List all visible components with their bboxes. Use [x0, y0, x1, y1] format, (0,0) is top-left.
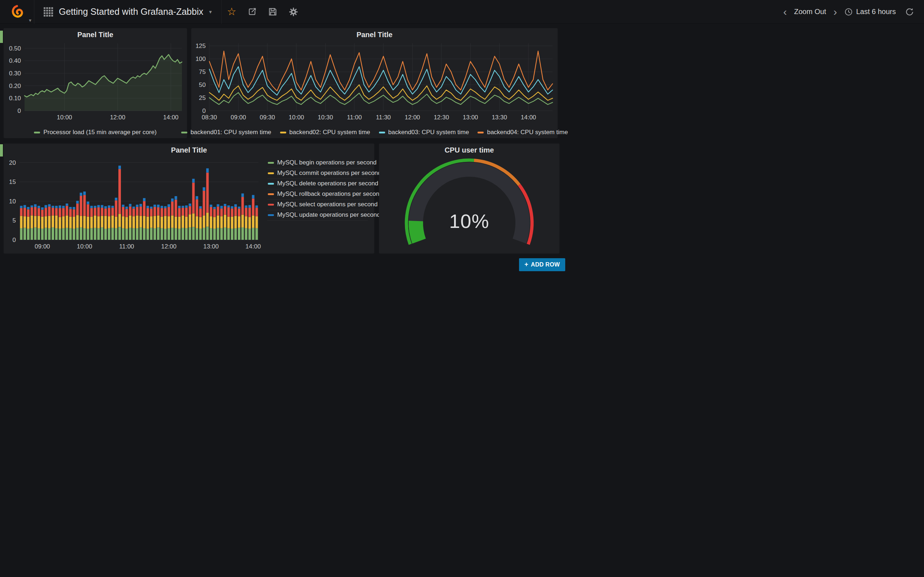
- svg-text:10:00: 10:00: [57, 114, 72, 121]
- svg-text:08:30: 08:30: [202, 114, 217, 121]
- grafana-dashboard-app: ▾ Getting Started with Grafana-Zabbix ▾ …: [0, 0, 924, 577]
- legend-series-label: MySQL rollback operations per second: [277, 190, 383, 198]
- star-dashboard-button[interactable]: ☆: [221, 0, 242, 24]
- legend-item[interactable]: Processor load (15 min average per core): [34, 129, 157, 136]
- chevron-left-icon: ‹: [783, 6, 787, 18]
- grafana-logo-icon: [10, 5, 24, 19]
- legend-series-swatch-icon: [181, 132, 187, 134]
- legend-series-swatch-icon: [478, 132, 484, 134]
- legend-series-swatch-icon: [268, 204, 274, 206]
- chevron-right-icon: ›: [834, 6, 837, 18]
- legend-series-label: MySQL select operations per second: [277, 201, 378, 208]
- legend-series-label: MySQL update operations per second: [277, 211, 380, 219]
- refresh-icon: [905, 7, 914, 16]
- svg-text:0: 0: [202, 108, 206, 114]
- gear-icon: [288, 7, 299, 17]
- legend-item[interactable]: backend02: CPU system time: [280, 129, 370, 136]
- dashboard-title: Getting Started with Grafana-Zabbix: [59, 6, 203, 17]
- svg-text:09:30: 09:30: [260, 114, 275, 121]
- dashboard-settings-button[interactable]: [283, 0, 304, 24]
- legend-series-swatch-icon: [268, 214, 274, 216]
- mysql-operations-chart[interactable]: 0510152009:0010:0011:0012:0013:0014:00: [5, 155, 262, 251]
- svg-text:0.30: 0.30: [9, 70, 21, 77]
- legend-series-label: backend04: CPU system time: [487, 129, 568, 136]
- legend-series-label: MySQL commit operations per second: [277, 169, 381, 177]
- chevron-down-icon: ▾: [209, 9, 212, 15]
- zoom-out-button[interactable]: Zoom Out: [790, 0, 830, 24]
- legend-item[interactable]: backend03: CPU system time: [379, 129, 469, 136]
- panel-title[interactable]: Panel Title: [3, 146, 374, 154]
- legend-item[interactable]: MySQL select operations per second: [267, 200, 368, 210]
- legend-series-swatch-icon: [268, 172, 274, 174]
- svg-text:14:00: 14:00: [163, 114, 179, 121]
- legend-item[interactable]: MySQL delete operations per second: [267, 179, 368, 189]
- svg-text:0: 0: [13, 237, 16, 243]
- legend-series-label: backend01: CPU system time: [191, 129, 271, 136]
- processor-load-svg: 00.100.200.300.400.5010:0012:0014:00: [5, 40, 186, 121]
- add-row-button[interactable]: + ADD ROW: [519, 258, 565, 271]
- legend-item[interactable]: MySQL update operations per second: [267, 210, 368, 221]
- legend-series-swatch-icon: [268, 183, 274, 185]
- svg-text:13:00: 13:00: [203, 243, 219, 250]
- svg-text:10:00: 10:00: [289, 114, 304, 121]
- svg-text:20: 20: [9, 160, 16, 166]
- dashboard-picker[interactable]: Getting Started with Grafana-Zabbix ▾: [34, 0, 221, 24]
- top-navbar: ▾ Getting Started with Grafana-Zabbix ▾ …: [0, 0, 924, 24]
- cpu-user-gauge-svg: [379, 156, 559, 251]
- time-shift-back-button[interactable]: ‹: [780, 0, 790, 24]
- svg-text:0: 0: [18, 108, 21, 114]
- svg-text:15: 15: [9, 179, 16, 185]
- svg-text:10:30: 10:30: [318, 114, 333, 121]
- grafana-main-menu-button[interactable]: ▾: [0, 0, 34, 24]
- save-dashboard-button[interactable]: [262, 0, 283, 24]
- cpu-system-svg: 025507510012508:3009:0009:3010:0010:3011…: [193, 40, 556, 121]
- svg-text:125: 125: [195, 43, 206, 49]
- row-collapse-handle[interactable]: [0, 144, 3, 156]
- mysql-ops-svg: 0510152009:0010:0011:0012:0013:0014:00: [5, 155, 262, 251]
- svg-text:0.10: 0.10: [9, 95, 21, 102]
- svg-text:11:00: 11:00: [347, 114, 362, 121]
- plus-icon: +: [525, 261, 528, 268]
- share-dashboard-button[interactable]: [242, 0, 262, 24]
- svg-text:12:30: 12:30: [434, 114, 449, 121]
- panel-title[interactable]: CPU user time: [379, 146, 559, 154]
- legend-series-swatch-icon: [280, 132, 286, 134]
- time-range-label: Last 6 hours: [856, 8, 896, 16]
- legend-series-label: backend02: CPU system time: [289, 129, 370, 136]
- svg-text:0.50: 0.50: [9, 45, 21, 52]
- svg-text:14:00: 14:00: [521, 114, 536, 121]
- star-icon: ☆: [227, 6, 236, 17]
- time-shift-forward-button[interactable]: ›: [830, 0, 841, 24]
- processor-load-chart[interactable]: 00.100.200.300.400.5010:0012:0014:00: [5, 40, 186, 121]
- legend-item[interactable]: backend01: CPU system time: [181, 129, 271, 136]
- panel-processor-load: Panel Title 00.100.200.300.400.5010:0012…: [3, 28, 187, 138]
- svg-text:09:00: 09:00: [231, 114, 246, 121]
- svg-text:100: 100: [195, 56, 206, 62]
- svg-text:13:00: 13:00: [463, 114, 478, 121]
- legend-series-label: MySQL delete operations per second: [277, 180, 378, 187]
- legend-item[interactable]: backend04: CPU system time: [478, 129, 568, 136]
- panel-title[interactable]: Panel Title: [191, 31, 558, 39]
- legend-item[interactable]: MySQL begin operations per second: [267, 158, 368, 168]
- legend-series-label: Processor load (15 min average per core): [43, 129, 157, 136]
- chart-legend: backend01: CPU system timebackend02: CPU…: [191, 129, 558, 136]
- legend-item[interactable]: MySQL rollback operations per second: [267, 189, 368, 200]
- legend-series-label: MySQL begin operations per second: [277, 159, 376, 166]
- save-icon: [268, 7, 278, 16]
- panel-title[interactable]: Panel Title: [3, 31, 187, 39]
- svg-text:09:00: 09:00: [35, 243, 50, 250]
- refresh-button[interactable]: [900, 0, 920, 24]
- legend-item[interactable]: MySQL commit operations per second: [267, 168, 368, 179]
- svg-text:0.40: 0.40: [9, 57, 21, 64]
- panel-mysql-operations: Panel Title 0510152009:0010:0011:0012:00…: [3, 143, 374, 253]
- dashboard-grid-icon: [44, 7, 53, 16]
- chart-legend: MySQL begin operations per secondMySQL c…: [267, 158, 368, 221]
- time-range-picker[interactable]: Last 6 hours: [841, 0, 900, 24]
- cpu-user-time-gauge[interactable]: 10%: [379, 156, 559, 251]
- svg-text:11:00: 11:00: [119, 243, 134, 250]
- row-collapse-handle[interactable]: [0, 31, 3, 43]
- svg-text:25: 25: [199, 95, 206, 102]
- svg-text:10: 10: [9, 198, 16, 205]
- cpu-system-time-chart[interactable]: 025507510012508:3009:0009:3010:0010:3011…: [193, 40, 556, 121]
- panel-cpu-user-time: CPU user time 10%: [379, 143, 559, 253]
